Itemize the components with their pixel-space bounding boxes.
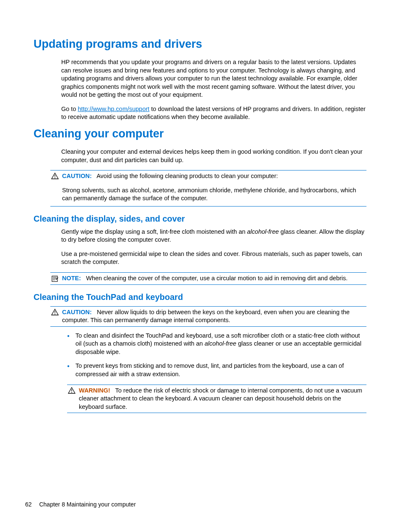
callout-content: CAUTION: Avoid using the following clean… (62, 172, 366, 204)
page-number: 62 (25, 501, 32, 508)
heading-display: Cleaning the display, sides, and cover (34, 214, 366, 224)
paragraph: Gently wipe the display using a soft, li… (61, 228, 366, 244)
list-item: To prevent keys from sticking and to rem… (75, 362, 366, 378)
warning-icon (67, 387, 76, 394)
caution-text: Avoid using the following cleaning produ… (96, 173, 278, 179)
note-text: When cleaning the cover of the computer,… (86, 275, 348, 281)
svg-point-1 (55, 178, 55, 178)
document-page: Updating programs and drivers HP recomme… (0, 0, 400, 438)
svg-point-9 (71, 392, 72, 393)
body-display: Gently wipe the display using a soft, li… (61, 228, 366, 266)
heading-cleaning: Cleaning your computer (34, 127, 366, 140)
caution-callout: CAUTION: Never allow liquids to drip bet… (50, 306, 366, 327)
paragraph: Go to http://www.hp.com/support to downl… (61, 105, 366, 121)
chapter-label: Chapter 8 Maintaining your computer (39, 501, 135, 508)
heading-updating: Updating programs and drivers (34, 38, 366, 51)
svg-point-7 (55, 313, 55, 314)
caution-icon (50, 308, 60, 315)
body-cleaning: Cleaning your computer and external devi… (61, 148, 366, 164)
text-italic: alcohol-free (205, 340, 236, 347)
paragraph: Strong solvents, such as alcohol, aceton… (62, 186, 366, 203)
heading-touchpad: Cleaning the TouchPad and keyboard (34, 292, 366, 302)
caution-label: CAUTION: (62, 309, 92, 315)
bullet-list: To clean and disinfect the TouchPad and … (61, 332, 366, 379)
note-label: NOTE: (62, 275, 81, 281)
callout-content: WARNING! To reduce the risk of electric … (79, 387, 366, 411)
caution-label: CAUTION: (62, 173, 92, 179)
warning-label: WARNING! (79, 387, 110, 394)
caution-text: Never allow liquids to drip between the … (62, 309, 350, 324)
warning-text: To reduce the risk of electric shock or … (79, 387, 362, 410)
list-item: To clean and disinfect the TouchPad and … (75, 332, 366, 356)
paragraph: HP recommends that you update your progr… (61, 58, 366, 99)
note-callout: NOTE: When cleaning the cover of the com… (50, 272, 366, 285)
body-updating: HP recommends that you update your progr… (61, 58, 366, 121)
text-italic: alcohol-free (247, 228, 279, 235)
caution-icon (50, 172, 60, 179)
note-icon (50, 274, 60, 282)
text: Go to (61, 106, 78, 112)
paragraph: Use a pre-moistened germicidal wipe to c… (61, 250, 366, 266)
text: Gently wipe the display using a soft, li… (61, 228, 247, 235)
warning-callout: WARNING! To reduce the risk of electric … (67, 385, 366, 413)
callout-content: CAUTION: Never allow liquids to drip bet… (62, 308, 366, 325)
caution-callout: CAUTION: Avoid using the following clean… (50, 170, 366, 207)
support-link[interactable]: http://www.hp.com/support (78, 106, 150, 112)
page-footer: 62 Chapter 8 Maintaining your computer (25, 501, 136, 508)
callout-content: NOTE: When cleaning the cover of the com… (62, 274, 366, 283)
paragraph: Cleaning your computer and external devi… (61, 148, 366, 164)
